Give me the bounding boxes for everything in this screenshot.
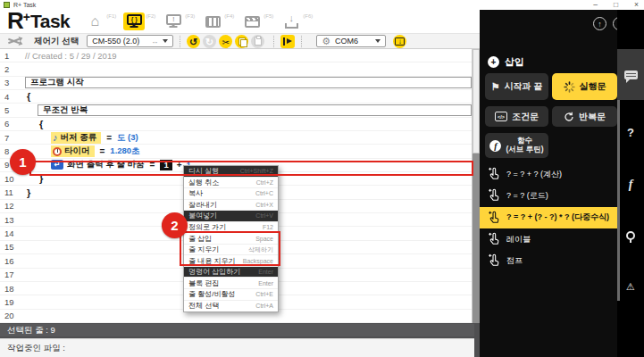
code-line-5[interactable]: 5 무조건 반복: [0, 104, 472, 117]
gear-icon: [322, 36, 330, 47]
insert-start-end-button[interactable]: 시작과 끝: [485, 73, 548, 100]
nav-examples[interactable]: (F5): [241, 12, 273, 30]
menu-item-redo[interactable]: 다시 실행Ctrl+Shift+Z: [184, 166, 278, 178]
selected-line-bar: 선택된 줄 : 9: [0, 324, 474, 336]
export-button[interactable]: [280, 35, 295, 48]
clapperboard-icon: [245, 16, 260, 28]
nav-output-monitor[interactable]: ! (F3): [163, 12, 195, 30]
arrow-up-icon: [598, 20, 602, 29]
timer-value[interactable]: 1.280초: [110, 145, 139, 157]
chevron-down-icon: [163, 39, 168, 43]
statement-list: ? = ? + ? (계산) ? = ? (로드) ? = ? + (? - ?…: [480, 163, 617, 271]
plus-circle-icon: [488, 56, 499, 68]
code-line-3[interactable]: 3 프로그램 시작: [0, 77, 472, 90]
titlebar: R+ Task – □ ×: [0, 0, 644, 10]
insert-conditional-button[interactable]: 조건문: [485, 106, 548, 127]
chevron-down-icon: [375, 39, 381, 43]
undo-button[interactable]: [187, 35, 200, 48]
code-line-4[interactable]: 4 {: [0, 90, 472, 104]
code-line-7[interactable]: 7 버저 종류 = 도 (3): [0, 131, 472, 145]
code-brackets-icon: [495, 112, 507, 121]
list-item-load[interactable]: ? = ? (로드): [480, 185, 617, 206]
close-button[interactable]: ×: [634, 0, 639, 10]
maximize-button[interactable]: □: [614, 0, 618, 10]
menu-item-copy[interactable]: 복사Ctrl+C: [184, 188, 278, 200]
port-select[interactable]: COM6: [316, 35, 386, 47]
context-menu: 다시 실행Ctrl+Shift+Z 실행 취소Ctrl+Z 복사Ctrl+C 잘…: [183, 165, 279, 312]
tap-hand-icon: [487, 232, 501, 246]
upload-button[interactable]: [593, 17, 606, 30]
list-item-label[interactable]: 레이블: [480, 228, 617, 250]
menu-item-cut[interactable]: 잘라내기Ctrl+X: [184, 200, 278, 212]
tap-hand-icon: [487, 188, 501, 203]
download-to-controller-button[interactable]: [393, 35, 406, 48]
magnifier-icon: [626, 231, 635, 240]
nav-home[interactable]: (F1): [84, 12, 116, 30]
menu-item-clear-line-content[interactable]: 줄 내용 지우기Backspace: [184, 255, 278, 267]
minimize-button[interactable]: –: [593, 0, 598, 10]
insert-sidebar: 삽입 시작과 끝 실행문 조건문 반복문 함수 (서브 루틴) ? = ? + …: [480, 10, 644, 357]
tab-console[interactable]: [617, 49, 644, 100]
tab-help[interactable]: ?: [617, 126, 644, 139]
insert-loop-button[interactable]: 반복문: [552, 106, 617, 127]
list-item-jump[interactable]: 점프: [480, 250, 617, 271]
sidebar-tab-strip: ? f: [617, 10, 644, 357]
menu-item-insert-command[interactable]: 명령어 삽입하기Enter: [184, 267, 278, 278]
nav-task-code[interactable]: { } (F2): [123, 12, 155, 30]
app-logo: R + Task: [7, 11, 70, 32]
copy-button[interactable]: [235, 35, 248, 48]
insert-statement-button[interactable]: 실행문: [552, 73, 617, 100]
cycle-arrows-icon: [564, 112, 574, 122]
code-line-8[interactable]: 8 타이머 = 1.280초: [0, 145, 472, 158]
print-label: 화면 출력 후 줄 바꿈: [67, 159, 145, 170]
nav-media[interactable]: (F4): [202, 12, 234, 30]
scrollbar-thumb[interactable]: [473, 49, 480, 154]
code-comment: // Created : 5 / 29 / 2019: [25, 51, 116, 61]
list-item-calc[interactable]: ? = ? + ? (계산): [480, 163, 617, 185]
shuffle-icon[interactable]: [7, 36, 22, 46]
copy-icon: [238, 37, 246, 46]
controller-select-label: 제어기 선택: [34, 36, 79, 47]
working-file-bar: 작업중인 파일 :: [0, 338, 474, 357]
program-start-block: 프로그램 시작: [25, 77, 472, 88]
buzzer-param-chip[interactable]: 버저 종류: [51, 132, 101, 144]
scissors-icon: [222, 33, 229, 49]
insert-function-button[interactable]: 함수 (서브 루틴): [485, 133, 548, 158]
menu-item-insert-line[interactable]: 줄 삽입Space: [184, 233, 278, 245]
menu-item-toggle-line[interactable]: 줄 활성/비활성Ctrl+E: [184, 289, 278, 301]
nav-download[interactable]: ↓ (F6): [280, 12, 313, 30]
tab-function[interactable]: f: [617, 178, 644, 192]
paste-button[interactable]: [251, 35, 264, 48]
menu-item-undo[interactable]: 실행 취소Ctrl+Z: [184, 178, 278, 189]
editor-scrollbar[interactable]: [472, 49, 480, 323]
paste-icon: [255, 37, 262, 46]
menu-item-paste[interactable]: 붙여넣기Ctrl+V: [184, 211, 278, 222]
timer-icon: [53, 147, 62, 156]
main-nav: (F1) { } (F2) ! (F3) (F4) (F5) ↓ (F6): [84, 12, 313, 30]
timer-param-chip[interactable]: 타이머: [51, 145, 95, 157]
tap-hand-icon: [487, 253, 501, 268]
code-line-6[interactable]: 6 {: [0, 118, 472, 131]
buzzer-icon: [53, 132, 58, 143]
code-line-2[interactable]: 2: [0, 62, 472, 76]
tab-warnings[interactable]: [617, 281, 644, 293]
menu-item-go-to-definition[interactable]: 정의로 가기F12: [184, 222, 278, 234]
speech-bubble-icon: [624, 71, 638, 79]
print-value-selected[interactable]: 1: [160, 160, 171, 170]
buzzer-value[interactable]: 도 (3): [117, 132, 138, 144]
undo-icon: [189, 33, 197, 49]
menu-item-delete-line[interactable]: 줄 지우기삭제하기: [184, 245, 278, 256]
monitor-download-icon: [395, 37, 405, 46]
tab-search[interactable]: [617, 231, 644, 245]
insert-section-header: 삽입: [488, 55, 524, 69]
loop-block: 무조건 반복: [38, 104, 472, 116]
menu-item-select-all[interactable]: 전체 선택Ctrl+A: [184, 301, 278, 312]
cut-button[interactable]: [219, 35, 232, 48]
menu-item-edit-block[interactable]: 블록 편집Enter: [184, 278, 278, 289]
list-item-multi-expression[interactable]: ? = ? + (? - ?) * ? (다중수식): [480, 207, 617, 228]
code-line-1[interactable]: 1 // Created : 5 / 29 / 2019: [0, 49, 472, 62]
controller-select[interactable]: CM-550 (2.0): [87, 35, 173, 47]
redo-button[interactable]: [203, 35, 216, 48]
redo-icon: [205, 33, 213, 49]
tap-hand-icon: [487, 167, 501, 181]
